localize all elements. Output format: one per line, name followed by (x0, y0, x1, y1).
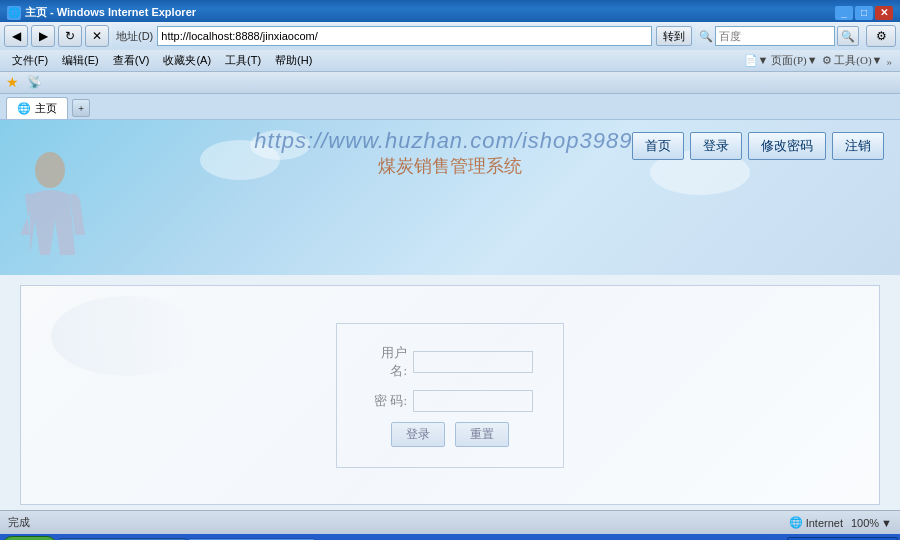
maximize-button[interactable]: □ (855, 6, 873, 20)
extend-icon: » (887, 55, 893, 67)
status-right: 🌐 Internet 100% ▼ (789, 516, 892, 529)
banner-url: https://www.huzhan.com/ishop39897 (254, 128, 645, 154)
title-bar: 🌐 主页 - Windows Internet Explorer _ □ ✕ (3, 3, 897, 22)
address-input[interactable] (157, 26, 652, 46)
favorites-bar: ★ 📡 (0, 72, 900, 94)
address-label: 地址(D) (116, 29, 153, 44)
minimize-button[interactable]: _ (835, 6, 853, 20)
tab-home[interactable]: 🌐 主页 (6, 97, 68, 119)
rss-icon: 📡 (27, 75, 42, 90)
tab-home-icon: 🌐 (17, 102, 31, 115)
ie-settings-button[interactable]: ⚙ (866, 25, 896, 47)
tab-home-label: 主页 (35, 101, 57, 116)
banner-system-title: 煤炭销售管理系统 (254, 154, 645, 178)
menu-help[interactable]: 帮助(H) (269, 51, 318, 70)
logout-nav-button[interactable]: 注销 (832, 132, 884, 160)
go-button[interactable]: 转到 (656, 26, 692, 46)
main-content: 用户名: 密 码: 登录 重置 (20, 285, 880, 505)
start-button[interactable]: ⊞ 开始 (2, 536, 57, 540)
svg-point-0 (35, 152, 65, 188)
banner-figure (5, 145, 95, 275)
close-button[interactable]: ✕ (875, 6, 893, 20)
status-zone: 🌐 Internet (789, 516, 843, 529)
new-tab-button[interactable]: + (72, 99, 90, 117)
tools-menu-icon: ⚙ 工具(O)▼ (822, 53, 883, 68)
back-button[interactable]: ◀ (4, 25, 28, 47)
taskbar: ⊞ 开始 ⚙ MyEclipse Java E... 🌐 主页 - Window… (0, 534, 900, 540)
refresh-button[interactable]: ↻ (58, 25, 82, 47)
menu-file[interactable]: 文件(F) (6, 51, 54, 70)
zone-label: Internet (806, 517, 843, 529)
search-label: 🔍 (699, 30, 713, 43)
deco-cloud-left (51, 296, 201, 376)
nav-buttons: 首页 登录 修改密码 注销 (632, 132, 884, 160)
search-input[interactable] (715, 26, 835, 46)
menu-tools[interactable]: 工具(T) (219, 51, 267, 70)
status-zoom: 100% ▼ (851, 517, 892, 529)
nav-bar: ◀ ▶ ↻ ✕ 地址(D) 转到 🔍 🔍 ⚙ (0, 22, 900, 50)
content-area: https://www.huzhan.com/ishop39897 煤炭销售管理… (0, 120, 900, 510)
home-nav-button[interactable]: 首页 (632, 132, 684, 160)
menu-edit[interactable]: 编辑(E) (56, 51, 105, 70)
stop-button[interactable]: ✕ (85, 25, 109, 47)
zoom-value: 100% (851, 517, 879, 529)
login-nav-button[interactable]: 登录 (690, 132, 742, 160)
search-button[interactable]: 🔍 (837, 26, 859, 46)
zoom-dropdown-icon[interactable]: ▼ (881, 517, 892, 529)
menu-favorites[interactable]: 收藏夹(A) (157, 51, 217, 70)
browser-chrome: 🌐 主页 - Windows Internet Explorer _ □ ✕ (0, 0, 900, 22)
banner-watermark: https://www.huzhan.com/ishop39897 煤炭销售管理… (254, 128, 645, 178)
banner: https://www.huzhan.com/ishop39897 煤炭销售管理… (0, 120, 900, 275)
menu-view[interactable]: 查看(V) (107, 51, 156, 70)
zone-icon: 🌐 (789, 516, 803, 529)
page-menu-icon: 📄▼ 页面(P)▼ (744, 53, 818, 68)
change-pwd-nav-button[interactable]: 修改密码 (748, 132, 826, 160)
window-title: 主页 - Windows Internet Explorer (25, 5, 196, 20)
menu-bar: 文件(F) 编辑(E) 查看(V) 收藏夹(A) 工具(T) 帮助(H) 📄▼ … (0, 50, 900, 72)
window-controls: _ □ ✕ (835, 6, 893, 20)
tab-bar: 🌐 主页 + (0, 94, 900, 119)
browser-icon: 🌐 (7, 6, 21, 20)
status-text: 完成 (8, 515, 30, 530)
status-left: 完成 (8, 515, 30, 530)
status-bar: 完成 🌐 Internet 100% ▼ (0, 510, 900, 534)
toolbar-area: ◀ ▶ ↻ ✕ 地址(D) 转到 🔍 🔍 ⚙ 文件(F) 编辑(E) 查看(V)… (0, 22, 900, 120)
favorites-star: ★ (6, 74, 19, 91)
forward-button[interactable]: ▶ (31, 25, 55, 47)
